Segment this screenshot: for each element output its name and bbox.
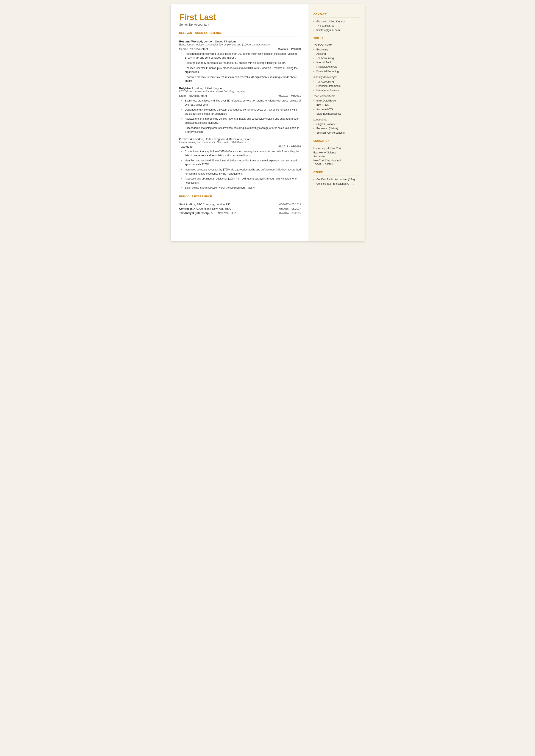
contact-divider [314, 17, 360, 17]
company-2-rest: London, United Kingdom [191, 87, 224, 90]
edu-dates: 10/2011 - 06/2014 [314, 162, 360, 167]
job-1-bullet-4: Reviewed the state income tax returns to… [182, 75, 301, 83]
job-2-bullet-3: Assisted the firm in preparing 26 IRS re… [182, 117, 301, 125]
prev-exp-1-role: Staff Auditor, ABC Company, London, UK [179, 203, 230, 206]
tool-3: Accurate NXG [314, 107, 360, 112]
university-name: University of New York [314, 146, 360, 151]
resume-page: First Last Senior Tax Accountant RELEVAN… [171, 4, 365, 241]
job-3-bullet-2: Identified and resolved 21 employee viol… [182, 159, 301, 167]
tool-4: Sage BusinessWorks [314, 112, 360, 116]
prev-exp-row-3: Tax Analyst (Internship), ABC, New York,… [179, 211, 301, 215]
industry-skill-3: Managerial Finance [314, 88, 360, 93]
prev-exp-3-date: 07/2014 – 05/2015 [279, 211, 301, 215]
prev-exp-3-rest: ABC, New York, USA [210, 211, 236, 215]
prev-exp-3-bold: Tax Analyst (Internship), [179, 211, 210, 215]
language-2: Romanian (Native) [314, 126, 360, 130]
company-1-bold: Resume Worded, [179, 40, 203, 43]
job-2-bullet-4: Succeeded in matching orders to invoices… [182, 126, 301, 134]
degree: Bachelor of Science [314, 151, 360, 155]
left-column: First Last Senior Tax Accountant RELEVAN… [171, 4, 309, 241]
industry-skills-label: Industry Knowledge: [314, 76, 360, 79]
job-3-dates: 06/2018 – 07/2019 [278, 145, 301, 148]
contact-list: Glasgow, United Kingdom +44 123456789 fi… [314, 20, 360, 33]
education-entry: University of New York Bachelor of Scien… [314, 146, 360, 167]
industry-skills-list: Tax Accounting Financial Statements Mana… [314, 80, 360, 93]
contact-item-3: first.last@gmail.com [314, 28, 360, 32]
name-section: First Last Senior Tax Accountant [179, 13, 301, 26]
job-2-bullet-2: Designed and implemented a system that r… [182, 108, 301, 116]
job-3-bullet-5: Bullet points in format [Action Verb] [A… [182, 186, 301, 190]
job-3-row: Tax Auditor 06/2018 – 07/2019 [179, 145, 301, 148]
company-2-name: Polyhire, London, United Kingdom [179, 87, 301, 90]
tech-skill-3: Tax Accounting [314, 56, 360, 60]
tech-skill-1: Budgeting [314, 48, 360, 52]
job-1-bullet-1: Researched and recovered unpaid taxes fr… [182, 52, 301, 60]
previous-exp-divider [179, 200, 301, 200]
job-3-bullet-4: Assessed and obtained an additional $200… [182, 177, 301, 185]
job-2-row: Sales Tax Accountant 08/2019 – 08/2021 [179, 94, 301, 98]
company-1-rest: London, United Kingdom [203, 40, 236, 43]
job-2-bullets: Examined, organized, and filed over 1K r… [179, 99, 301, 134]
technical-skills-list: Budgeting Auditing Tax Accounting Intern… [314, 48, 360, 73]
right-column: CONTACT Glasgow, United Kingdom +44 1234… [309, 4, 365, 241]
tool-1: Intuit QuickBooks [314, 99, 360, 103]
other-section-title: OTHER [314, 171, 360, 174]
other-divider [314, 175, 360, 176]
contact-section-title: CONTACT [314, 13, 360, 16]
company-3-rest: London, United Kingdom & Barcelona, Spai… [193, 137, 251, 141]
prev-exp-row-1: Staff Auditor, ABC Company, London, UK 0… [179, 203, 301, 206]
job-2-title: Sales Tax Accountant [179, 94, 207, 98]
company-3-bold: Growthsi, [179, 137, 193, 141]
language-1: English (Native) [314, 122, 360, 126]
job-2-bullet-1: Examined, organized, and filed over 1K r… [182, 99, 301, 107]
education-section-title: EDUCATION [314, 139, 360, 142]
prev-exp-3-role: Tax Analyst (Internship), ABC, New York,… [179, 211, 236, 215]
company-3-name: Growthsi, London, United Kingdom & Barce… [179, 137, 301, 141]
job-3-bullet-3: Increased company revenues by $790K via … [182, 168, 301, 176]
company-3-header: Growthsi, London, United Kingdom & Barce… [179, 137, 301, 144]
tools-label: Tools and Software: [314, 95, 360, 98]
prev-exp-1-rest: ABC Company, London, UK [196, 203, 230, 206]
relevant-work-section-title: RELEVANT WORK EXPERIENCE [179, 32, 301, 35]
tools-list: Intuit QuickBooks IBM SPSS Accurate NXG … [314, 99, 360, 116]
company-2-desc: NYSE-listed recruitment and employer bra… [179, 90, 301, 93]
languages-label: Languages: [314, 118, 360, 121]
prev-exp-2-role: Controller, XYZ Company, New York, USA [179, 207, 231, 210]
other-item-2: Certified Tax Professional (CTP). [314, 182, 360, 186]
tech-skill-4: Internal Audit [314, 61, 360, 65]
tech-skill-2: Auditing [314, 52, 360, 56]
job-3-bullets: Championed the acquisition of $25M of un… [179, 150, 301, 190]
candidate-title: Senior Tax Accountant [179, 23, 301, 26]
education-divider [314, 144, 360, 144]
company-3-desc: Career training and membership SaaS with… [179, 141, 301, 144]
tech-skill-5: Financial Analysis [314, 65, 360, 69]
field: Accounting [314, 154, 360, 159]
tech-skill-6: Financial Reporting [314, 70, 360, 73]
previous-exp-section-title: PREVIOUS EXPERIENCE [179, 195, 301, 198]
job-1-row: Senior Tax Accountant 09/2021 – Present [179, 47, 301, 51]
relevant-work-divider [179, 36, 301, 37]
job-1-bullet-2: Prepared quarterly corporate tax returns… [182, 61, 301, 65]
company-1-header: Resume Worded, London, United Kingdom Ed… [179, 40, 301, 46]
industry-skill-2: Financial Statements [314, 84, 360, 88]
prev-exp-2-rest: XYZ Company, New York, USA [193, 207, 231, 210]
company-2-bold: Polyhire, [179, 87, 191, 90]
languages-list: English (Native) Romanian (Native) Spani… [314, 122, 360, 135]
job-1-bullets: Researched and recovered unpaid taxes fr… [179, 52, 301, 83]
skills-divider [314, 41, 360, 42]
contact-item-1: Glasgow, United Kingdom [314, 20, 360, 24]
industry-skill-1: Tax Accounting [314, 80, 360, 84]
language-3: Spanish (Conversational) [314, 131, 360, 135]
prev-exp-2-date: 06/2016 – 05/2017 [279, 207, 301, 210]
company-1-desc: Education technology startup with 50+ em… [179, 43, 301, 46]
candidate-name: First Last [179, 13, 301, 22]
company-2-header: Polyhire, London, United Kingdom NYSE-li… [179, 87, 301, 93]
other-item-1: Certified Public Accountant (CPA). [314, 178, 360, 182]
prev-exp-1-bold: Staff Auditor, [179, 203, 196, 206]
job-3-bullet-1: Championed the acquisition of $25M of un… [182, 150, 301, 157]
edu-location: New York City, New York [314, 159, 360, 163]
prev-exp-2-bold: Controller, [179, 207, 193, 210]
job-1-bullet-3: Reduced Chapter 11 bankruptcy proof-of-c… [182, 66, 301, 74]
skills-section-title: SKILLS [314, 37, 360, 40]
technical-skills-label: Technical Skills: [314, 43, 360, 46]
